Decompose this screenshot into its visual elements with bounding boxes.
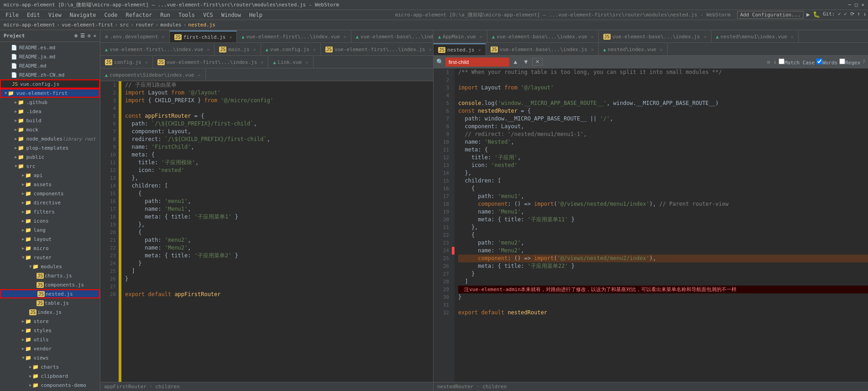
toolbar-debug[interactable]: 🐛 xyxy=(813,11,820,19)
tree-item-charts-v[interactable]: ▶ 📁charts xyxy=(0,362,100,371)
menu-navigate[interactable]: Navigate xyxy=(66,11,100,19)
tab-vue-element-first-index-vue[interactable]: ▲vue-element-first\...\index.vue ✕ xyxy=(237,31,351,42)
tree-item-nested-js[interactable]: JSnested.js xyxy=(0,289,100,298)
tab-nested-js[interactable]: JSnested.js ✕ xyxy=(434,43,486,55)
menu-file[interactable]: File xyxy=(2,11,22,19)
tree-item-table[interactable]: JStable.js xyxy=(0,298,100,308)
tab-first-child-js[interactable]: JSfirst-child.js ✕ xyxy=(170,31,237,42)
match-case-checkbox[interactable] xyxy=(779,58,784,64)
toolbar-git[interactable]: Git: ✓ ✓ ⟳ ↑ ↓ xyxy=(823,11,866,19)
toolbar-add-config[interactable]: Add Configuration... xyxy=(737,11,804,19)
tree-item-router[interactable]: ▼ 📁router xyxy=(0,253,100,262)
path-router[interactable]: router xyxy=(136,22,154,28)
tree-item-readme[interactable]: 📄README.md xyxy=(0,61,100,70)
tree-item-build[interactable]: ▶ 📁build xyxy=(0,116,100,125)
path-src[interactable]: src xyxy=(120,22,129,28)
tab-appmain-vue[interactable]: ▲AppMain.vue ✕ xyxy=(434,31,487,42)
tree-item-vue-element-first[interactable]: ▼ 📁vue-element-first xyxy=(0,89,100,98)
left-bottom-bar: appFirstRouter · children xyxy=(100,382,433,391)
tab-vue-config[interactable]: ▲vue.config.js ✕ xyxy=(261,43,321,55)
tree-item-mock[interactable]: ▶ 📁mock xyxy=(0,125,100,134)
tree-item-index-js[interactable]: JSindex.js xyxy=(0,308,100,317)
tree-item-idea[interactable]: ▶ 📁.idea xyxy=(0,107,100,116)
menu-refactor[interactable]: Refactor xyxy=(122,11,156,19)
tree-item-clipboard[interactable]: ▶ 📁clipboard xyxy=(0,371,100,381)
tree-item-github[interactable]: ▶ 📁.github xyxy=(0,98,100,107)
left-code-content[interactable]: // 子应用1路由菜单 import Layout from '@/layout… xyxy=(121,81,433,382)
tree-item-directive[interactable]: ▶ 📁directive xyxy=(0,198,100,207)
menu-vcs[interactable]: VCS xyxy=(199,11,217,19)
tree-item-api[interactable]: ▶ 📁api xyxy=(0,171,100,180)
regex-checkbox[interactable] xyxy=(839,58,845,64)
tab-main-js[interactable]: JSmain.js ✕ xyxy=(214,43,261,55)
sidebar-icon-4[interactable]: ✕ xyxy=(93,33,96,39)
minimize-btn[interactable]: ─ xyxy=(848,2,851,8)
tab-vue-element-base-index-js-r1[interactable]: JSvue-element-base\...\index.js ✕ xyxy=(599,31,711,42)
tree-item-components-demo[interactable]: ▶ 📁components-demo xyxy=(0,381,100,390)
tab-vue-element-base-index-vue-r1[interactable]: ▲vue-element-base\...\index.vue ✕ xyxy=(487,31,599,42)
search-input[interactable] xyxy=(445,57,509,67)
close-btn[interactable]: ✕ xyxy=(861,2,864,8)
tab-config-js[interactable]: JSconfig.js ✕ xyxy=(100,56,153,68)
tree-item-readme-cn[interactable]: 📄README.zh-CN.md xyxy=(0,70,100,79)
search-prev-btn[interactable]: ▲ xyxy=(511,58,520,65)
tree-item-lang[interactable]: ▶ 📁lang xyxy=(0,225,100,235)
tab-link-vue[interactable]: ▲Link.vue ✕ xyxy=(268,56,313,68)
tree-item-readme-es[interactable]: 📄README.es.md xyxy=(0,43,100,52)
sidebar-icon-1[interactable]: ⊕ xyxy=(74,33,78,39)
tab-vue-element-first-index-js2[interactable]: JSvue-element-first\...\index.js ✕ xyxy=(153,56,269,68)
tab-nested-index-vue[interactable]: ▲nested\index.vue ✕ xyxy=(599,43,668,55)
path-module[interactable]: vue-element-first xyxy=(62,22,113,28)
tree-item-vue-config[interactable]: JSvue.config.js xyxy=(0,79,100,89)
tree-item-vendor[interactable]: ▶ 📁vendor xyxy=(0,344,100,353)
menu-window[interactable]: Window xyxy=(218,11,245,19)
search-next-btn[interactable]: ▼ xyxy=(522,58,530,65)
tab-vue-element-first-index-vue2[interactable]: ▲vue-element-first\...\index.vue ✕ xyxy=(100,43,214,55)
menu-edit[interactable]: Edit xyxy=(23,11,44,19)
tree-item-views[interactable]: ▼ 📁views xyxy=(0,353,100,362)
tab-vue-element-first-index-js[interactable]: JSvue-element-first\...\index.js ✕ xyxy=(321,43,433,55)
tab-vue-element-base-index-vue-l1[interactable]: ▲vue-element-base\...\index.vue ✕ xyxy=(351,31,433,42)
menu-view[interactable]: View xyxy=(45,11,65,19)
title-text: micro-app-element [D:\a_微前端\micro-app-el… xyxy=(4,1,339,8)
tree-item-assets[interactable]: ▶ 📁assets xyxy=(0,180,100,189)
tree-item-components[interactable]: ▶ 📁components xyxy=(0,189,100,198)
tree-item-node-modules[interactable]: ▶ 📁 node_modules library root xyxy=(0,134,100,143)
words-checkbox[interactable] xyxy=(816,58,822,64)
tree-item-readme-ja[interactable]: 📄README.ja.md xyxy=(0,52,100,61)
toolbar-build[interactable]: ▶ xyxy=(806,11,810,19)
tree-item-store[interactable]: ▶ 📁store xyxy=(0,317,100,326)
menu-tools[interactable]: Tools xyxy=(175,11,199,19)
tree-item-components-js[interactable]: JScomponents.js xyxy=(0,280,100,289)
tree-item-styles[interactable]: ▶ 📁styles xyxy=(0,326,100,335)
path-modules[interactable]: modules xyxy=(160,22,181,28)
menu-help[interactable]: Help xyxy=(246,11,266,19)
search-close-btn[interactable]: ✕ xyxy=(532,58,543,66)
tree-item-filters[interactable]: ▶ 📁filters xyxy=(0,207,100,216)
right-code-content[interactable]: /** When your routing table is too long,… xyxy=(455,68,868,382)
menu-run[interactable]: Run xyxy=(157,11,174,19)
tree-item-utils[interactable]: ▶ 📁utils xyxy=(0,335,100,344)
tree-item-micro[interactable]: ▶ 📁micro xyxy=(0,244,100,253)
maximize-btn[interactable]: □ xyxy=(855,2,858,8)
sidebar-icon-3[interactable]: ⚙ xyxy=(88,33,91,39)
tab-vue-element-base-index-js-r2[interactable]: JSvue-element-base\...\index.js ✕ xyxy=(486,43,599,55)
tab-sidebar-index-vue[interactable]: ▲components\Sidebar\index.vue ✕ xyxy=(100,69,206,81)
tree-item-plop[interactable]: ▶ 📁plop-templates xyxy=(0,143,100,152)
tree-item-layout[interactable]: ▶ 📁layout xyxy=(0,235,100,244)
tree-item-icons[interactable]: ▶ 📁icons xyxy=(0,216,100,225)
left-bottom-text: appFirstRouter · children xyxy=(104,384,180,390)
tree-item-public[interactable]: ▶ 📁public xyxy=(0,152,100,162)
path-project[interactable]: micro-app-element xyxy=(4,22,55,28)
tab-nested-menu1-index-vue[interactable]: ▲nested\menu1\index.vue ✕ xyxy=(711,31,799,42)
path-file[interactable]: nested.js xyxy=(188,22,215,28)
tree-item-modules[interactable]: ▼ 📁modules xyxy=(0,262,100,271)
tree-item-src[interactable]: ▼ 📁src xyxy=(0,162,100,171)
right-line-numbers: 12345 678910 1112131415 1617181920 21222… xyxy=(434,68,452,382)
tab-env-development[interactable]: ⚙.env.development ✕ xyxy=(100,31,170,42)
menu-code[interactable]: Code xyxy=(101,11,121,19)
right-tab-row-1: ▲AppMain.vue ✕ ▲vue-element-base\...\ind… xyxy=(434,30,868,43)
sidebar-icon-2[interactable]: ☰ xyxy=(80,33,85,39)
tree-item-charts[interactable]: JScharts.js xyxy=(0,271,100,280)
right-tab-row-2-container: JSnested.js ✕ JSvue-element-base\...\ind… xyxy=(434,43,868,68)
